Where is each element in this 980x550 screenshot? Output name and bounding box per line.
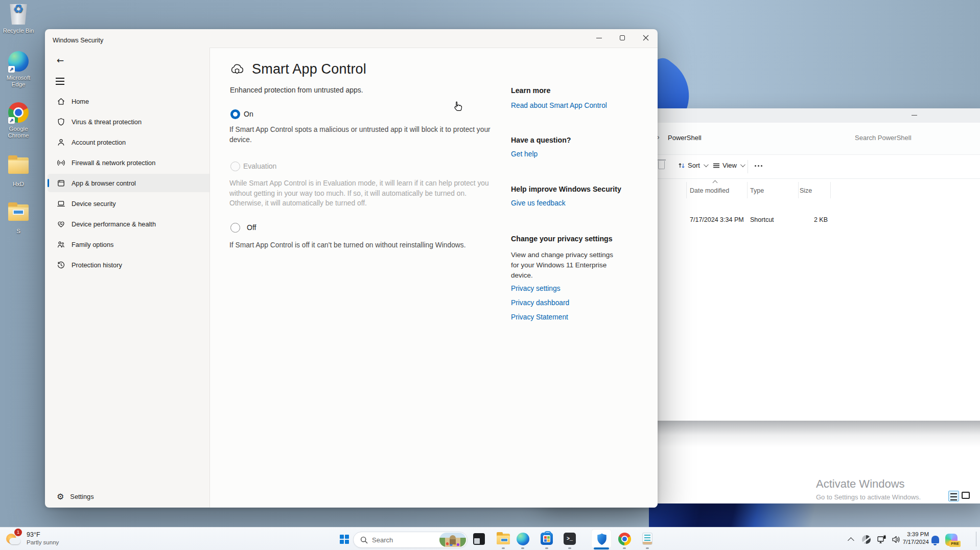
desktop-icon-google-chrome[interactable]: ↗ Google Chrome: [0, 101, 37, 139]
taskbar-search-box[interactable]: Search: [353, 532, 468, 548]
notification-badge: 1: [14, 529, 22, 536]
desktop-icon-hxd[interactable]: HxD: [0, 155, 37, 188]
desktop-icon-s[interactable]: S: [0, 202, 37, 235]
maximize-button[interactable]: [611, 29, 634, 47]
heart-pulse-icon: [57, 220, 65, 228]
column-header-date-modified[interactable]: Date modified: [690, 187, 729, 194]
copilot-preview-badge: PRE: [949, 541, 961, 547]
weather-icon: 1: [5, 530, 22, 547]
desktop-icon-microsoft-edge[interactable]: ↗ Microsoft Edge: [0, 50, 37, 88]
close-icon: [643, 35, 649, 41]
column-header-type[interactable]: Type: [750, 187, 764, 194]
sidebar-item-label: Firewall & network protection: [72, 159, 155, 167]
close-button[interactable]: [634, 29, 658, 47]
radio-evaluation-label[interactable]: Evaluation: [243, 162, 276, 170]
breadcrumb[interactable]: PowerShell: [668, 134, 702, 142]
tray-clock[interactable]: 3:39 PM 7/17/2024: [899, 531, 929, 546]
read-about-link[interactable]: Read about Smart App Control: [511, 102, 607, 109]
clock-time: 3:39 PM: [899, 531, 929, 538]
dark-app-icon: [473, 533, 485, 545]
radio-evaluation-description: While Smart App Control is in Evaluation…: [229, 178, 500, 209]
shortcut-arrow-icon: ↗: [8, 117, 15, 124]
taskbar-app-dark[interactable]: [470, 531, 488, 547]
tray-status-button[interactable]: [859, 532, 873, 546]
radio-evaluation[interactable]: [230, 162, 240, 171]
microsoft-store-icon: [541, 533, 553, 545]
explorer-search-input[interactable]: Search PowerShell: [855, 134, 912, 142]
aside-question-title: Have a question?: [511, 136, 628, 144]
start-button[interactable]: [335, 531, 354, 547]
radio-off-description: If Smart App Control is off it can't be …: [229, 240, 500, 250]
sidebar-item-label: Device security: [72, 200, 116, 208]
taskbar-terminal[interactable]: >_: [561, 531, 579, 547]
taskbar-notepad[interactable]: [638, 531, 657, 547]
sidebar-item-protection-history[interactable]: Protection history: [48, 256, 216, 274]
privacy-statement-link[interactable]: Privacy Statement: [511, 313, 568, 321]
radio-on-description: If Smart App Control spots a malicious o…: [229, 125, 500, 145]
terminal-icon: >_: [564, 533, 576, 545]
taskbar-windows-security-active[interactable]: [591, 529, 612, 548]
desktop-icon-label: S: [0, 228, 37, 235]
explorer-minimize-button[interactable]: [912, 115, 917, 116]
activate-windows-watermark: Activate Windows Go to Settings to activ…: [816, 477, 921, 501]
desktop-icon-recycle-bin[interactable]: ♻ Recycle Bin: [0, 3, 37, 34]
recycle-symbol-icon: ♻: [7, 6, 30, 12]
tray-notifications-button[interactable]: [928, 532, 942, 546]
shield-icon: [57, 118, 65, 126]
weather-widget[interactable]: 1 93°F Partly sunny: [5, 530, 97, 548]
privacy-dashboard-link[interactable]: Privacy dashboard: [511, 299, 569, 307]
thumbnail-view-toggle[interactable]: [962, 492, 970, 499]
sidebar-item-device-security[interactable]: Device security: [48, 194, 216, 213]
back-button[interactable]: ←: [52, 53, 68, 67]
privacy-settings-link[interactable]: Privacy settings: [511, 285, 561, 292]
sidebar-item-home[interactable]: Home: [48, 92, 216, 110]
watermark-subtitle: Go to Settings to activate Windows.: [816, 493, 921, 501]
folder-content-icon: [13, 210, 24, 215]
file-size: 2 KB: [800, 216, 828, 223]
notepad-icon: [642, 533, 652, 545]
view-button[interactable]: View: [713, 162, 744, 169]
search-highlight-image[interactable]: [439, 533, 466, 547]
radio-off[interactable]: [230, 223, 240, 233]
radio-on-label[interactable]: On: [244, 110, 253, 118]
person-icon: [57, 138, 65, 147]
tray-hidden-icons-button[interactable]: [845, 532, 859, 546]
smart-app-control-icon: [229, 63, 245, 76]
running-indicator: [568, 547, 571, 549]
give-feedback-link[interactable]: Give us feedback: [511, 199, 566, 207]
sort-label: Sort: [688, 162, 700, 169]
sidebar-item-label: Account protection: [72, 139, 126, 146]
page-subtitle: Enhanced protection from untrusted apps.: [230, 86, 363, 94]
sidebar-item-settings[interactable]: ⚙ Settings: [48, 487, 216, 506]
get-help-link[interactable]: Get help: [511, 150, 538, 158]
running-indicator: [623, 547, 626, 549]
show-desktop-button[interactable]: [976, 532, 976, 546]
tray-network-button[interactable]: [874, 532, 889, 546]
radio-off-label[interactable]: Off: [247, 223, 256, 232]
taskbar-store[interactable]: [538, 531, 556, 547]
sidebar-item-account-protection[interactable]: Account protection: [48, 133, 216, 151]
sidebar-item-device-performance-health[interactable]: Device performance & health: [48, 215, 216, 233]
menu-toggle-button[interactable]: [53, 76, 66, 86]
sidebar-item-firewall-network-protection[interactable]: Firewall & network protection: [48, 153, 216, 172]
taskbar-chrome[interactable]: [615, 531, 634, 547]
delete-icon[interactable]: [658, 161, 665, 169]
file-date-modified: 7/17/2024 3:34 PM: [690, 216, 744, 223]
selected-indicator: [48, 179, 49, 187]
mouse-cursor: [452, 100, 464, 116]
taskbar-edge[interactable]: [514, 531, 532, 547]
laptop-icon: [57, 199, 65, 208]
sidebar-item-virus-threat-protection[interactable]: Virus & threat protection: [48, 112, 216, 131]
radio-on[interactable]: [230, 109, 240, 119]
column-header-size[interactable]: Size: [800, 187, 812, 194]
more-options-button[interactable]: [755, 165, 762, 167]
windows-security-window: Windows Security ← Home Virus & threat p…: [45, 29, 658, 508]
details-view-toggle[interactable]: [948, 491, 959, 501]
sort-button[interactable]: Sort: [678, 162, 707, 169]
sidebar-item-family-options[interactable]: Family options: [48, 235, 216, 254]
taskbar-file-explorer[interactable]: [494, 531, 512, 547]
file-type: Shortcut: [750, 216, 774, 223]
sidebar-item-app-browser-control[interactable]: App & browser control: [48, 174, 216, 192]
minimize-button[interactable]: [587, 29, 611, 47]
weather-temperature: 93°F: [27, 531, 59, 538]
